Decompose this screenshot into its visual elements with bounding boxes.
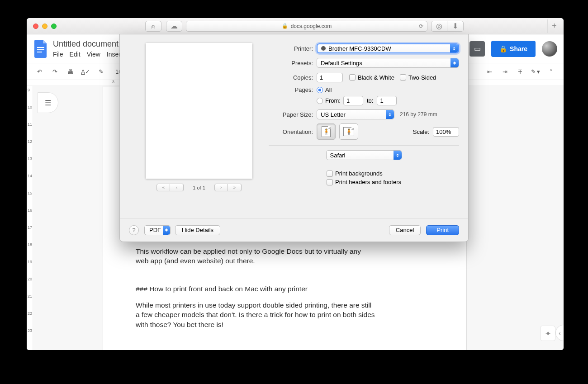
redo-button[interactable]: ↷ (50, 67, 59, 76)
vruler-tick: 21 (28, 294, 32, 299)
pages-range-radio[interactable] (317, 98, 323, 104)
app-options-select[interactable]: Safari (326, 150, 402, 160)
sparkle-icon: ✦ (545, 329, 551, 338)
share-label: Share (510, 45, 527, 52)
outline-toggle-button[interactable]: ☰ (38, 92, 58, 113)
menu-bar: File Edit View Insert (53, 51, 123, 58)
pdf-label: PDF (149, 227, 161, 233)
toolbar-button-privacy[interactable]: ◎ (431, 21, 447, 32)
safari-window: ⍝ ☁ 🔒 docs.google.com ⟳ ◎ ⬇ + Untitled d… (27, 18, 564, 350)
clear-format-button[interactable]: T (516, 67, 525, 76)
close-window-button[interactable] (33, 24, 38, 29)
paper-size-select[interactable]: US Letter (317, 109, 394, 119)
preview-nav: « ‹ 1 of 1 › » (145, 183, 253, 192)
vruler-tick: 19 (28, 260, 32, 264)
zoom-window-button[interactable] (51, 24, 57, 29)
editing-mode-button[interactable]: ✎ ▾ (531, 68, 540, 75)
chat-icon: ▭ (474, 44, 481, 53)
comments-button[interactable]: ▭ (469, 41, 485, 57)
select-arrows-icon (394, 151, 402, 160)
paragraph: This workflow can be applied not only to… (136, 247, 371, 266)
minimize-window-button[interactable] (42, 24, 47, 29)
preview-last-button[interactable]: » (228, 184, 242, 191)
pages-to-input[interactable] (377, 96, 397, 105)
print-button[interactable]: 🖶 (66, 67, 75, 76)
vruler-tick: 23 (28, 328, 32, 333)
reload-icon[interactable]: ⟳ (419, 23, 423, 29)
presets-select[interactable]: Default Settings (317, 58, 459, 68)
vruler-tick: 12 (28, 139, 32, 144)
ruler-tick-3: 3 (112, 80, 114, 84)
vruler-tick: 20 (28, 277, 32, 281)
extension-button-1[interactable]: ⍝ (145, 21, 161, 32)
vruler-tick: 17 (28, 225, 32, 230)
print-button[interactable]: Print (426, 225, 459, 235)
share-button[interactable]: 🔒 Share (491, 41, 536, 57)
document-title[interactable]: Untitled document (53, 39, 123, 49)
pages-from-input[interactable] (343, 96, 363, 105)
dialog-footer: ? PDF Hide Details Cancel Print (120, 218, 468, 242)
black-white-checkbox[interactable] (349, 74, 356, 81)
side-panel-toggle[interactable]: ‹ (555, 325, 564, 341)
lock-icon: 🔒 (499, 45, 507, 52)
orientation-label: Orientation: (269, 128, 313, 135)
print-preview (146, 43, 252, 179)
scale-input[interactable] (433, 127, 459, 137)
pages-from-label: From: (325, 97, 341, 104)
docs-logo-icon[interactable] (33, 38, 49, 60)
menu-view[interactable]: View (87, 51, 100, 58)
vertical-ruler[interactable]: 9 10 11 12 13 14 15 16 17 18 19 20 21 22… (27, 86, 33, 350)
preview-first-button[interactable]: « (156, 184, 170, 191)
address-bar[interactable]: 🔒 docs.google.com ⟳ (186, 21, 427, 32)
presets-value: Default Settings (321, 60, 362, 66)
vruler-tick: 15 (28, 191, 32, 195)
vruler-tick: 9 (28, 88, 30, 92)
safari-toolbar: ⍝ ☁ 🔒 docs.google.com ⟳ ◎ ⬇ + (27, 18, 564, 34)
menu-file[interactable]: File (53, 51, 63, 58)
heading-text: ### How to print front and back on Mac w… (136, 284, 434, 294)
vruler-tick: 22 (28, 311, 32, 316)
preview-prev-button[interactable]: ‹ (170, 184, 184, 191)
two-sided-checkbox[interactable] (400, 74, 406, 81)
paint-format-button[interactable]: ✎ (96, 67, 105, 76)
app-options-value: Safari (330, 152, 346, 159)
account-avatar[interactable] (542, 41, 557, 57)
vruler-tick: 16 (28, 208, 32, 213)
new-tab-button[interactable]: + (547, 19, 561, 33)
indent-decrease-button[interactable]: ⇤ (485, 67, 494, 76)
preview-next-button[interactable]: › (214, 184, 228, 191)
orientation-landscape-button[interactable]: 🧍 (339, 123, 358, 140)
pages-all-radio[interactable] (317, 87, 323, 93)
extension-button-2[interactable]: ☁ (166, 21, 182, 32)
outline-icon: ☰ (45, 99, 51, 107)
select-arrows-icon (450, 44, 458, 52)
black-white-label: Black & White (358, 74, 394, 81)
window-controls (33, 24, 57, 29)
pdf-menu-button[interactable]: PDF (144, 225, 171, 235)
copies-input[interactable] (317, 73, 343, 82)
help-button[interactable]: ? (129, 225, 139, 235)
landscape-icon: 🧍 (343, 127, 354, 136)
cancel-button[interactable]: Cancel (389, 225, 421, 235)
hide-details-button[interactable]: Hide Details (175, 225, 220, 235)
paragraph: While most printers in use today support… (136, 300, 375, 330)
toolbar-button-downloads[interactable]: ⬇ (447, 21, 464, 32)
indent-increase-button[interactable]: ⇥ (500, 67, 509, 76)
menu-edit[interactable]: Edit (70, 51, 81, 58)
print-dialog: « ‹ 1 of 1 › » Printer: Brother MFC-9330… (119, 34, 469, 242)
vruler-tick: 13 (28, 156, 32, 161)
print-headers-footers-checkbox[interactable] (327, 179, 333, 185)
undo-button[interactable]: ↶ (35, 67, 44, 76)
url-host: docs.google.com (291, 23, 332, 29)
spellcheck-button[interactable]: A✓ (81, 67, 90, 76)
collapse-toolbar-button[interactable]: ˄ (546, 67, 555, 76)
pages-all-label: All (325, 86, 332, 93)
orientation-portrait-button[interactable]: 🧍 (317, 123, 336, 140)
explore-button[interactable]: ✦ (540, 326, 555, 341)
two-sided-label: Two-Sided (408, 74, 436, 81)
print-backgrounds-label: Print backgrounds (335, 170, 383, 177)
print-backgrounds-checkbox[interactable] (327, 171, 333, 177)
printer-label: Printer: (269, 45, 313, 52)
portrait-icon: 🧍 (322, 126, 331, 137)
printer-select[interactable]: Brother MFC-9330CDW (317, 43, 459, 53)
